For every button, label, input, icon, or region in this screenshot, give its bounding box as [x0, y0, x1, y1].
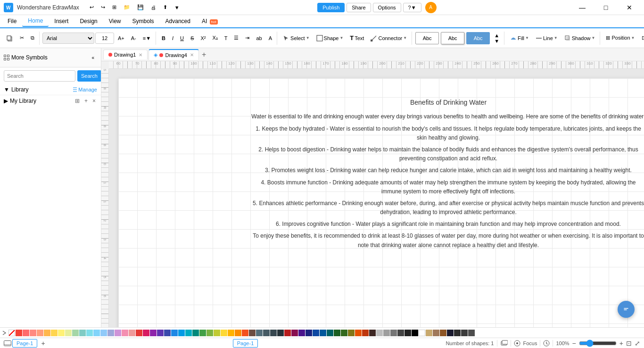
style-plain[interactable]: Abc — [415, 32, 439, 44]
fullscreen-btn[interactable]: ⤢ — [635, 340, 640, 347]
color-swatch[interactable] — [440, 330, 446, 336]
color-swatch[interactable] — [447, 330, 454, 336]
sidebar-collapse-btn[interactable]: « — [89, 51, 97, 64]
add-page-btn[interactable]: + — [41, 340, 45, 347]
color-swatch[interactable] — [348, 330, 355, 336]
menu-file[interactable]: File — [2, 16, 22, 26]
color-swatch[interactable] — [468, 330, 475, 336]
maximize-btn[interactable]: □ — [595, 0, 617, 15]
font-size-input[interactable] — [95, 33, 114, 44]
color-swatch[interactable] — [327, 330, 333, 336]
color-swatch[interactable] — [79, 330, 86, 336]
subscript-btn[interactable]: X₂ — [209, 32, 220, 45]
indent-btn[interactable]: ⇥ — [242, 32, 252, 45]
library-toggle[interactable]: ▼ Library — [4, 86, 29, 93]
color-swatch[interactable] — [249, 330, 256, 336]
group-btn[interactable]: ⊡ Group ▼ — [639, 32, 644, 45]
font-decrease-btn[interactable]: A- — [128, 32, 139, 45]
font-color-btn[interactable]: A — [266, 32, 275, 45]
ai-chat-btn[interactable] — [618, 301, 635, 318]
color-swatch[interactable] — [369, 330, 376, 336]
color-swatch[interactable] — [334, 330, 340, 336]
menu-design[interactable]: Design — [74, 16, 103, 26]
color-swatch[interactable] — [214, 330, 220, 336]
tab-close-drawing4[interactable]: ✕ — [190, 52, 194, 58]
select-btn[interactable]: Select ▼ — [280, 32, 313, 45]
options-button[interactable]: Options — [373, 3, 401, 12]
color-swatch[interactable] — [221, 330, 227, 336]
color-swatch[interactable] — [44, 330, 50, 336]
color-swatch[interactable] — [256, 330, 263, 336]
my-library-close-btn[interactable]: × — [91, 97, 97, 105]
position-btn[interactable]: ⊞ Position ▼ — [603, 32, 637, 45]
color-swatch[interactable] — [100, 330, 107, 336]
color-swatch[interactable] — [157, 330, 164, 336]
color-swatch[interactable] — [298, 330, 305, 336]
color-swatch[interactable] — [23, 330, 29, 336]
undo-btn[interactable]: ↩ — [87, 1, 97, 14]
current-page-label[interactable]: Page-1 — [12, 339, 37, 348]
color-swatch[interactable] — [107, 330, 114, 336]
zoom-out-btn[interactable]: − — [572, 340, 576, 347]
color-swatch[interactable] — [291, 330, 298, 336]
add-tab-btn[interactable]: + — [200, 50, 208, 59]
minimize-btn[interactable]: — — [571, 0, 593, 15]
color-swatch[interactable] — [136, 330, 142, 336]
color-swatch[interactable] — [412, 330, 418, 336]
list-btn[interactable]: ☰ — [231, 32, 241, 45]
paste-btn[interactable] — [4, 32, 16, 45]
color-swatch[interactable] — [341, 330, 347, 336]
color-swatch[interactable] — [51, 330, 58, 336]
color-swatch[interactable] — [313, 330, 319, 336]
help-button[interactable]: ?▼ — [403, 3, 421, 12]
menu-advanced[interactable]: Advanced — [160, 16, 196, 26]
color-swatch[interactable] — [433, 330, 439, 336]
strikethrough-btn[interactable]: S — [188, 32, 197, 45]
copy-btn[interactable]: ⧉ — [28, 32, 37, 45]
style-filled[interactable]: Abc — [466, 32, 490, 44]
color-swatch[interactable] — [383, 330, 390, 336]
export-btn[interactable]: ⬆ — [160, 1, 170, 14]
color-swatch[interactable] — [277, 330, 284, 336]
transparent-swatch[interactable] — [8, 330, 15, 336]
color-swatch[interactable] — [263, 330, 270, 336]
zoom-in-btn[interactable]: + — [619, 340, 623, 347]
new-btn[interactable]: ⊞ — [109, 1, 119, 14]
fit-page-btn[interactable]: ⊡ — [626, 340, 632, 347]
superscript-btn[interactable]: X² — [198, 32, 208, 45]
color-swatch[interactable] — [199, 330, 206, 336]
user-avatar[interactable]: A — [425, 2, 437, 13]
page-nav-label[interactable]: Page-1 — [233, 339, 258, 348]
color-swatch[interactable] — [150, 330, 157, 336]
my-library-copy-btn[interactable]: ⊞ — [74, 97, 81, 105]
print-btn[interactable]: 🖨 — [148, 1, 159, 14]
color-swatch[interactable] — [178, 330, 185, 336]
color-swatch[interactable] — [93, 330, 100, 336]
style-shadow[interactable]: Abc — [441, 32, 464, 44]
color-swatch[interactable] — [461, 330, 468, 336]
styles-expand-btn[interactable]: ▲▼ — [491, 32, 502, 45]
color-swatch[interactable] — [206, 330, 213, 336]
color-swatch[interactable] — [284, 330, 291, 336]
menu-insert[interactable]: Insert — [49, 16, 74, 26]
color-swatch[interactable] — [376, 330, 383, 336]
color-swatch[interactable] — [362, 330, 369, 336]
highlight-btn[interactable]: ab — [253, 32, 264, 45]
color-swatch[interactable] — [129, 330, 135, 336]
shape-btn[interactable]: Shape ▼ — [314, 32, 347, 45]
more-btn[interactable]: ▼ — [172, 1, 182, 14]
color-swatch[interactable] — [454, 330, 461, 336]
shadow-btn[interactable]: Shadow ▼ — [561, 32, 598, 45]
open-btn[interactable]: 📁 — [121, 1, 133, 14]
color-swatch[interactable] — [235, 330, 241, 336]
color-swatch[interactable] — [390, 330, 397, 336]
my-library-add-btn[interactable]: + — [83, 97, 89, 105]
color-swatch[interactable] — [426, 330, 432, 336]
color-swatch[interactable] — [405, 330, 411, 336]
underline-btn[interactable]: U — [177, 32, 187, 45]
manage-btn[interactable]: Manage — [73, 87, 97, 92]
italic-btn[interactable]: I — [169, 32, 176, 45]
publish-button[interactable]: Publish — [317, 3, 345, 12]
search-input[interactable] — [4, 70, 75, 82]
tab-drawing4[interactable]: ◈ Drawing4 ✕ — [149, 49, 198, 60]
